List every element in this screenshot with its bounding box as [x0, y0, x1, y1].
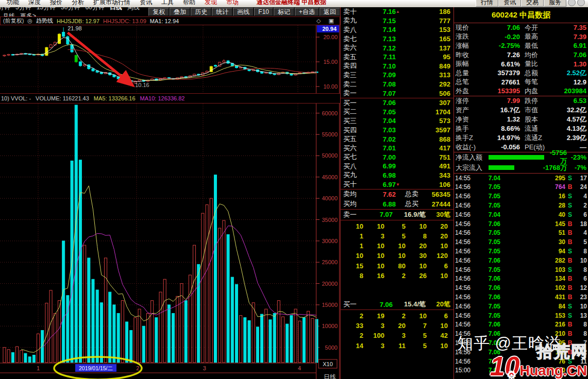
- tick-row[interactable]: 14:567.0584S10: [454, 302, 588, 311]
- tick-row[interactable]: 14:567.0530B5: [454, 237, 588, 247]
- tick-price: 7.04: [477, 211, 500, 218]
- menu-item-报价[interactable]: 报价: [45, 0, 67, 6]
- queue-order-size: 8: [346, 271, 367, 281]
- period-tab-15分钟[interactable]: 15分钟: [34, 7, 58, 11]
- tick-row[interactable]: 14:567.06102B12: [454, 283, 588, 292]
- ask-row[interactable]: 卖二7.08292: [341, 80, 453, 89]
- bid-row[interactable]: 买二7.051704: [341, 108, 453, 117]
- info-row: 涨跌-0.20最高7.39: [454, 32, 588, 42]
- menu-item-帮助[interactable]: 帮助: [178, 0, 200, 6]
- price-candlestick-chart[interactable]: 20.0015.0010.0021.9810.1620.94: [0, 25, 340, 93]
- period-tab-周线[interactable]: 周线: [125, 7, 142, 11]
- volume-bar-chart[interactable]: 6000055000500004500040000350003000025000…: [0, 104, 340, 379]
- period-tab-分钟[interactable]: 分钟: [0, 7, 13, 11]
- menu-item-扩展市场行情[interactable]: 扩展市场行情: [89, 0, 135, 6]
- tick-row[interactable]: 14:567.05764B24: [454, 183, 588, 192]
- tick-row[interactable]: 14:567.05153S13: [454, 311, 588, 320]
- bid-row[interactable]: 买三7.04573: [341, 116, 453, 126]
- period-tab-日线[interactable]: 日线: [107, 7, 125, 11]
- indicator-dropdown-icon[interactable]: ◎: [27, 18, 32, 24]
- queue-price: 7.07: [367, 211, 393, 218]
- period-tab-更多>[interactable]: 更多>: [18, 12, 39, 16]
- total-value: 56345: [425, 191, 453, 198]
- ask-row[interactable]: 卖十7.16▲186: [341, 7, 453, 16]
- menu-item-分析[interactable]: 分析: [67, 0, 89, 6]
- tick-price: 7.06: [477, 330, 500, 337]
- minimize-icon[interactable]: [568, 0, 576, 6]
- tick-row[interactable]: 14:567.06282B10: [454, 256, 588, 265]
- menu-item-深度[interactable]: 深度: [24, 0, 45, 6]
- volume-value: VOLUME: 116221.43: [36, 95, 89, 101]
- tool-button-历史[interactable]: 历史: [191, 8, 211, 16]
- bid-row[interactable]: 买十6.97▼106: [341, 180, 453, 189]
- bid-row[interactable]: 买一7.06307: [341, 98, 453, 108]
- tool-button-标记[interactable]: 标记: [274, 8, 294, 16]
- menu-item-发现[interactable]: 发现: [200, 0, 222, 6]
- stock-title[interactable]: 600242 中昌数据: [454, 7, 588, 23]
- tick-row[interactable]: 14:567.06431B23: [454, 292, 588, 302]
- tick-row[interactable]: 14:567.0528S2: [454, 201, 588, 210]
- ask-row[interactable]: 卖八7.14153: [341, 25, 453, 35]
- ask-row[interactable]: 卖九7.15777: [341, 16, 453, 26]
- titlebar-button-资讯[interactable]: 资讯: [498, 0, 521, 7]
- tick-row[interactable]: 14:567.06210B8: [454, 329, 588, 338]
- bid-row[interactable]: 买六7.01417: [341, 144, 453, 153]
- tick-row[interactable]: 14:567.0695B7: [454, 338, 588, 348]
- titlebar-button-交易[interactable]: 交易: [521, 0, 544, 7]
- menu-item-工具[interactable]: 工具: [157, 0, 178, 6]
- ask-row[interactable]: 卖五7.1195: [341, 53, 453, 62]
- period-tab-月线[interactable]: 月线: [0, 12, 18, 16]
- tick-trade-list[interactable]: 14:557.04295S1714:567.05764B2414:567.051…: [454, 173, 588, 379]
- queue-order-size: 10: [367, 261, 388, 271]
- level-price: 7.09: [367, 71, 396, 79]
- svg-text:4: 4: [298, 365, 301, 371]
- tool-button-叠加[interactable]: 叠加: [170, 8, 190, 16]
- tick-row[interactable]: 14:567.06216B8: [454, 320, 588, 330]
- tick-row[interactable]: 15:007.064000B907: [454, 366, 588, 375]
- ask-row[interactable]: 卖六7.12137: [341, 43, 453, 53]
- level-label: 买四: [341, 126, 367, 135]
- tick-row[interactable]: 14:567.06145B18: [454, 219, 588, 229]
- quote-summary: 现价7.06今开7.35涨跌-0.20最高7.39涨幅-2.75%最低6.91昨…: [454, 23, 588, 96]
- tick-row[interactable]: 14:557.04295S17: [454, 174, 588, 183]
- indicator-name[interactable]: 趋势线: [36, 17, 53, 25]
- menu-item-资讯[interactable]: 资讯: [135, 0, 157, 6]
- tick-row[interactable]: 14:567.06134B6: [454, 274, 588, 284]
- tool-button-返回[interactable]: 返回: [320, 8, 340, 16]
- period-tab-30分钟[interactable]: 30分钟: [58, 7, 82, 11]
- bid-row[interactable]: 买四7.033597: [341, 126, 453, 135]
- tool-button-画线[interactable]: 画线: [233, 8, 254, 16]
- bid-row[interactable]: 买八6.99491: [341, 162, 453, 171]
- bid-row[interactable]: 买五7.02868: [341, 134, 453, 144]
- tick-volume: 95: [500, 339, 565, 347]
- tick-row[interactable]: 14:567.05103S8: [454, 265, 588, 274]
- titlebar-button-服务[interactable]: 服务: [544, 0, 566, 7]
- close-icon[interactable]: [577, 0, 585, 6]
- ask-row[interactable]: 卖七7.13165: [341, 35, 453, 44]
- tool-button-统计[interactable]: 统计: [212, 8, 232, 16]
- tick-row[interactable]: 14:567.0551B4: [454, 229, 588, 238]
- tool-button-F10[interactable]: F10: [254, 8, 273, 16]
- tick-direction: S: [565, 303, 575, 310]
- level-price: 6.98: [367, 171, 396, 179]
- flow-percent: -23%: [567, 153, 586, 161]
- period-tab-5分钟[interactable]: 5分钟: [13, 7, 34, 11]
- menu-item-功能[interactable]: 功能: [2, 0, 24, 6]
- tool-button-复权[interactable]: 复权: [148, 8, 169, 16]
- tick-row[interactable]: 14:567.0576S11: [454, 357, 588, 366]
- tick-row[interactable]: 14:567.0594S8: [454, 247, 588, 256]
- tick-row[interactable]: 14:567.06118B12: [454, 348, 588, 357]
- tick-time: 14:56: [455, 294, 477, 301]
- tick-row[interactable]: 14:567.0516S4: [454, 192, 588, 201]
- tool-button-+自选[interactable]: +自选: [295, 8, 319, 16]
- bid-row[interactable]: 买九6.98343: [341, 171, 453, 180]
- ask-row[interactable]: 卖一7.07506: [341, 89, 453, 98]
- menu-item-市场[interactable]: 市场: [222, 0, 243, 6]
- tick-row[interactable]: 14:567.0440S6: [454, 210, 588, 219]
- ask-row[interactable]: 卖三7.09313: [341, 71, 453, 80]
- period-tab-60分钟[interactable]: 60分钟: [82, 7, 107, 11]
- header-icons[interactable]: ◇ ▣: [316, 18, 337, 24]
- ask-row[interactable]: 卖四7.10849: [341, 62, 453, 71]
- bid-row[interactable]: 买七7.00751: [341, 153, 453, 162]
- titlebar-button-行情[interactable]: 行情: [476, 0, 498, 7]
